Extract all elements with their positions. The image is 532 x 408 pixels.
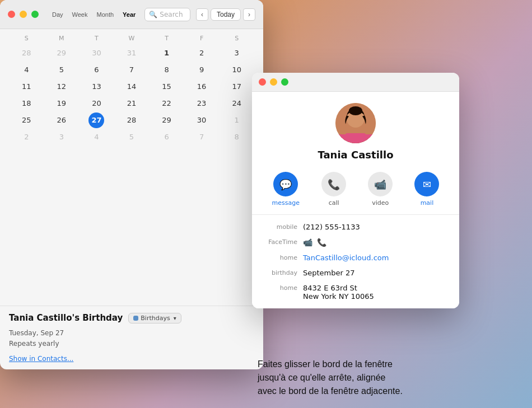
calendar-day-6[interactable]: 6 xyxy=(88,62,104,78)
svg-point-3 xyxy=(349,106,362,115)
calendar-day-4[interactable]: 4 xyxy=(18,62,34,78)
calendar-day-1-next[interactable]: 1 xyxy=(229,112,245,128)
calendar-day-2-next[interactable]: 2 xyxy=(18,129,34,145)
today-button[interactable]: Today xyxy=(211,8,241,21)
calendar-day-5-next[interactable]: 5 xyxy=(124,129,139,145)
detail-mobile: mobile (212) 555-1133 xyxy=(252,219,459,235)
view-day-button[interactable]: Day xyxy=(49,10,67,19)
calendar-day-29[interactable]: 29 xyxy=(159,112,175,128)
calendar-badge[interactable]: Birthdays ▾ xyxy=(128,313,181,323)
contact-details: mobile (212) 555-1133 FaceTime 📹 📞 home … xyxy=(252,215,459,308)
detail-address: home 8432 E 63rd St New York NY 10065 xyxy=(252,280,459,304)
calendar-day-30-prev[interactable]: 30 xyxy=(88,45,104,61)
event-title: Tania Castillo's Birthday xyxy=(9,313,123,323)
calendar-day-7[interactable]: 7 xyxy=(124,62,139,78)
calendar-day-12[interactable]: 12 xyxy=(54,79,69,95)
calendar-day-8-next[interactable]: 8 xyxy=(229,129,245,145)
calendar-day-22[interactable]: 22 xyxy=(159,96,175,111)
calendar-day-10[interactable]: 10 xyxy=(229,62,245,78)
contact-header: Tania Castillo xyxy=(252,92,459,167)
search-icon: 🔍 xyxy=(149,11,157,18)
calendar-day-26[interactable]: 26 xyxy=(54,112,69,128)
calendar-day-19[interactable]: 19 xyxy=(54,96,69,111)
action-message[interactable]: 💬 message xyxy=(272,172,300,207)
calendar-day-4-next[interactable]: 4 xyxy=(88,129,104,145)
facetime-phone-icon[interactable]: 📞 xyxy=(317,238,326,247)
label-facetime: FaceTime xyxy=(261,238,297,246)
calendar-day-5[interactable]: 5 xyxy=(54,62,69,78)
calendar-day-8[interactable]: 8 xyxy=(159,62,175,78)
weekday-m: M xyxy=(44,34,80,43)
call-icon: 📞 xyxy=(328,179,340,190)
contacts-close-button[interactable] xyxy=(259,78,266,86)
calendar-day-18[interactable]: 18 xyxy=(18,96,34,111)
video-icon: 📹 xyxy=(374,179,386,190)
calendar-day-24[interactable]: 24 xyxy=(229,96,245,111)
video-icon-circle: 📹 xyxy=(368,172,393,196)
value-birthday: September 27 xyxy=(303,269,450,277)
calendar-day-15[interactable]: 15 xyxy=(159,79,175,95)
message-icon-circle: 💬 xyxy=(273,172,298,196)
calendar-day-6-next[interactable]: 6 xyxy=(159,129,175,145)
action-mail[interactable]: ✉️ mail xyxy=(414,172,439,207)
weekday-f: F xyxy=(184,34,220,43)
calendar-day-20[interactable]: 20 xyxy=(88,96,104,111)
value-email[interactable]: TanCastillo@icloud.com xyxy=(303,254,450,262)
calendar-day-1[interactable]: 1 xyxy=(159,45,175,61)
facetime-video-icon[interactable]: 📹 xyxy=(303,238,312,247)
caption-text: Faites glisser le bord de la fenêtre jus… xyxy=(258,358,522,398)
calendar-day-30[interactable]: 30 xyxy=(194,112,209,128)
calendar-day-7-next[interactable]: 7 xyxy=(194,129,209,145)
weekday-s2: S xyxy=(219,34,254,43)
close-button[interactable] xyxy=(8,11,15,18)
calendar-day-17[interactable]: 17 xyxy=(229,79,245,95)
minimize-button[interactable] xyxy=(20,11,27,18)
event-recurrence: Repeats yearly xyxy=(9,339,254,349)
calendar-day-29-prev[interactable]: 29 xyxy=(54,45,69,61)
view-month-button[interactable]: Month xyxy=(93,10,117,19)
view-week-button[interactable]: Week xyxy=(69,10,91,19)
action-call[interactable]: 📞 call xyxy=(321,172,346,207)
weekday-w: W xyxy=(114,34,150,43)
calendar-day-9[interactable]: 9 xyxy=(194,62,209,78)
nav-prev-button[interactable]: ‹ xyxy=(196,8,208,21)
calendar-day-2[interactable]: 2 xyxy=(194,45,209,61)
view-year-button[interactable]: Year xyxy=(119,10,139,19)
calendar-day-11[interactable]: 11 xyxy=(18,79,34,95)
action-video[interactable]: 📹 video xyxy=(368,172,393,207)
event-details-section: Tania Castillo's Birthday Birthdays ▾ Tu… xyxy=(0,306,263,369)
calendar-grid: 28 29 30 31 1 2 3 4 5 6 7 8 9 10 11 12 1… xyxy=(9,45,254,145)
contacts-titlebar xyxy=(252,73,459,92)
calendar-navigation: ‹ Today › xyxy=(196,8,255,21)
weekday-t1: T xyxy=(79,34,114,43)
caption-line3: avec le bord de la fenêtre adjacente. xyxy=(258,386,403,396)
detail-facetime: FaceTime 📹 📞 xyxy=(252,235,459,250)
weekday-headers: S M T W T F S xyxy=(9,34,254,43)
contacts-minimize-button[interactable] xyxy=(270,78,277,86)
calendar-day-31-prev[interactable]: 31 xyxy=(124,45,139,61)
calendar-day-23[interactable]: 23 xyxy=(194,96,209,111)
svg-rect-5 xyxy=(346,133,366,137)
weekday-t2: T xyxy=(149,34,184,43)
label-home-email: home xyxy=(261,254,297,261)
calendar-day-13[interactable]: 13 xyxy=(88,79,104,95)
contact-actions: 💬 message 📞 call 📹 video ✉️ mail xyxy=(252,167,459,215)
calendar-badge-label: Birthdays xyxy=(141,315,170,322)
calendar-day-28-prev[interactable]: 28 xyxy=(18,45,34,61)
calendar-day-21[interactable]: 21 xyxy=(124,96,139,111)
calendar-day-25[interactable]: 25 xyxy=(18,112,34,128)
calendar-day-16[interactable]: 16 xyxy=(194,79,209,95)
value-address: 8432 E 63rd St New York NY 10065 xyxy=(303,284,450,301)
contacts-window: Tania Castillo 💬 message 📞 call 📹 video … xyxy=(252,73,459,308)
weekday-s1: S xyxy=(9,34,44,43)
calendar-day-27-today[interactable]: 27 xyxy=(88,112,104,128)
calendar-day-3[interactable]: 3 xyxy=(229,45,245,61)
show-contacts-link[interactable]: Show in Contacts... xyxy=(9,355,254,363)
action-mail-label: mail xyxy=(421,199,434,207)
calendar-day-28[interactable]: 28 xyxy=(124,112,139,128)
maximize-button[interactable] xyxy=(31,11,39,18)
calendar-day-3-next[interactable]: 3 xyxy=(54,129,69,145)
calendar-day-14[interactable]: 14 xyxy=(124,79,139,95)
nav-next-button[interactable]: › xyxy=(243,8,255,21)
contacts-maximize-button[interactable] xyxy=(281,78,288,86)
